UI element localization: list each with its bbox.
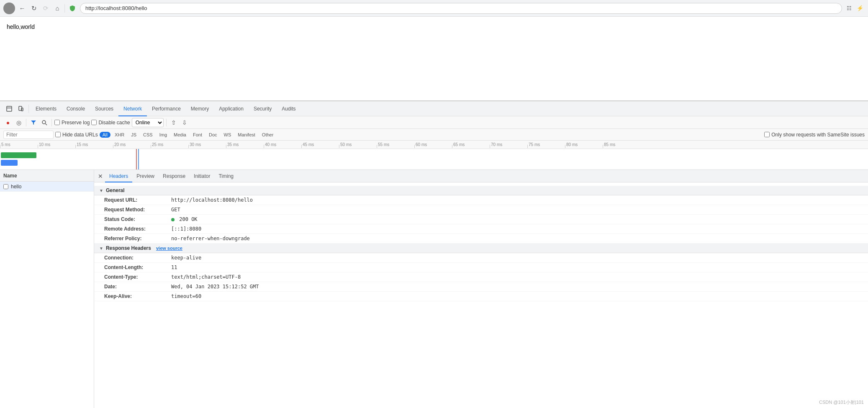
- remote-address-key: Remote Address:: [104, 226, 171, 232]
- divider: [64, 4, 65, 13]
- url-text: http://localhost:8080/hello: [85, 5, 147, 11]
- keep-alive-key: Keep-Alive:: [104, 293, 171, 299]
- detail-tab-response[interactable]: Response: [159, 170, 190, 182]
- row-name: hello: [11, 184, 21, 190]
- inspect-icon[interactable]: [3, 103, 15, 115]
- tick-85ms: 85 ms: [603, 142, 640, 147]
- network-throttle-select[interactable]: Online Fast 3G Slow 3G Offline: [132, 118, 164, 127]
- tick-70ms: 70 ms: [490, 142, 527, 147]
- tick-60ms: 60 ms: [414, 142, 452, 147]
- detail-tab-timing[interactable]: Timing: [214, 170, 238, 182]
- tick-75ms: 75 ms: [527, 142, 565, 147]
- filter-type-other[interactable]: Other: [259, 132, 276, 138]
- page-text: hello,world: [7, 23, 35, 30]
- tab-elements[interactable]: Elements: [31, 101, 62, 116]
- date-row: Date: Wed, 04 Jan 2023 15:12:52 GMT: [94, 282, 868, 292]
- tick-20ms: 20 ms: [113, 142, 151, 147]
- upload-button[interactable]: ⇧: [169, 118, 178, 127]
- waterfall-bar-dns: [1, 152, 36, 158]
- back-button[interactable]: ←: [18, 4, 27, 13]
- tab-console[interactable]: Console: [62, 101, 90, 116]
- hide-data-urls-input[interactable]: [55, 132, 61, 137]
- content-length-value: 11: [171, 264, 177, 270]
- filter-type-manifest[interactable]: Manifest: [235, 132, 258, 138]
- content-type-row: Content-Type: text/html;charset=UTF-8: [94, 272, 868, 282]
- forward-button[interactable]: ⟳: [41, 4, 50, 13]
- content-type-key: Content-Type:: [104, 274, 171, 280]
- filter-bar: Hide data URLs All XHR JS CSS Img Media …: [0, 129, 868, 141]
- row-checkbox[interactable]: [3, 184, 8, 189]
- browser-actions: ☷ ⚡: [845, 4, 865, 13]
- response-headers-section-header[interactable]: ▼ Response Headers view source: [94, 244, 868, 253]
- device-toggle-icon[interactable]: [15, 103, 27, 115]
- address-bar[interactable]: http://localhost:8080/hello: [80, 3, 842, 14]
- samesite-input[interactable]: [764, 132, 770, 137]
- tab-network[interactable]: Network: [118, 101, 147, 116]
- filter-type-js[interactable]: JS: [128, 132, 139, 138]
- status-code-value: 200 OK: [171, 216, 198, 222]
- filter-type-all[interactable]: All: [100, 132, 110, 138]
- preserve-log-input[interactable]: [54, 120, 60, 125]
- disable-cache-checkbox[interactable]: Disable cache: [91, 120, 130, 126]
- status-code-key: Status Code:: [104, 216, 171, 222]
- date-value: Wed, 04 Jan 2023 15:12:52 GMT: [171, 284, 259, 290]
- download-button[interactable]: ⇩: [180, 118, 189, 127]
- page-content: hello,world: [0, 17, 868, 100]
- menu-button[interactable]: ⚡: [855, 4, 865, 13]
- filter-type-ws[interactable]: WS: [221, 132, 234, 138]
- tab-application[interactable]: Application: [214, 101, 249, 116]
- request-url-value: http://localhost:8080/hello: [171, 197, 253, 203]
- detail-tab-preview[interactable]: Preview: [132, 170, 159, 182]
- svg-point-4: [42, 121, 46, 124]
- tab-sources[interactable]: Sources: [90, 101, 118, 116]
- filter-type-css[interactable]: CSS: [141, 132, 155, 138]
- search-icon[interactable]: [40, 118, 49, 127]
- content-length-key: Content-Length:: [104, 264, 171, 270]
- refresh-button[interactable]: ↻: [29, 4, 39, 13]
- general-section-header[interactable]: ▼ General: [94, 186, 868, 195]
- connection-key: Connection:: [104, 255, 171, 261]
- filter-icon[interactable]: [29, 118, 38, 127]
- request-url-row: Request URL: http://localhost:8080/hello: [94, 195, 868, 205]
- filter-type-img[interactable]: Img: [157, 132, 169, 138]
- tab-audits[interactable]: Audits: [277, 101, 300, 116]
- tick-45ms: 45 ms: [301, 142, 339, 147]
- hide-data-urls-checkbox[interactable]: Hide data URLs: [55, 132, 98, 138]
- disable-cache-input[interactable]: [91, 120, 97, 125]
- detail-content: ▼ General Request URL: http://localhost:…: [94, 182, 868, 408]
- general-title: General: [106, 187, 125, 193]
- preserve-log-checkbox[interactable]: Preserve log: [54, 120, 90, 126]
- tick-40ms: 40 ms: [264, 142, 301, 147]
- tab-performance[interactable]: Performance: [147, 101, 186, 116]
- samesite-checkbox[interactable]: Only show requests with SameSite issues: [764, 132, 865, 138]
- tick-80ms: 80 ms: [565, 142, 603, 147]
- table-row[interactable]: hello: [0, 182, 94, 192]
- tab-security[interactable]: Security: [249, 101, 277, 116]
- view-source-link[interactable]: view source: [156, 246, 182, 251]
- record-button[interactable]: ●: [3, 118, 13, 127]
- detail-close-button[interactable]: ✕: [96, 172, 105, 181]
- filter-type-font[interactable]: Font: [190, 132, 205, 138]
- filter-type-xhr[interactable]: XHR: [112, 132, 127, 138]
- timeline-line-load: [138, 149, 139, 170]
- detail-tab-initiator[interactable]: Initiator: [190, 170, 214, 182]
- extensions-button[interactable]: ☷: [845, 4, 854, 13]
- remote-address-row: Remote Address: [::1]:8080: [94, 224, 868, 234]
- detail-tab-headers[interactable]: Headers: [105, 170, 132, 182]
- filter-input[interactable]: [3, 131, 54, 139]
- name-panel: Name hello: [0, 170, 94, 408]
- filter-type-doc[interactable]: Doc: [206, 132, 220, 138]
- tick-25ms: 25 ms: [151, 142, 188, 147]
- referrer-policy-value: no-referrer-when-downgrade: [171, 236, 250, 241]
- disable-cache-label: Disable cache: [98, 120, 130, 126]
- response-headers-arrow: ▼: [99, 246, 103, 251]
- devtools: Elements Console Sources Network Perform…: [0, 100, 868, 408]
- tick-5ms: 5 ms: [0, 142, 38, 147]
- request-method-row: Request Method: GET: [94, 205, 868, 215]
- tab-memory[interactable]: Memory: [186, 101, 214, 116]
- filter-type-media[interactable]: Media: [171, 132, 189, 138]
- tick-65ms: 65 ms: [452, 142, 490, 147]
- referrer-policy-key: Referrer Policy:: [104, 236, 171, 241]
- clear-button[interactable]: ◎: [14, 118, 23, 127]
- home-button[interactable]: ⌂: [53, 4, 62, 13]
